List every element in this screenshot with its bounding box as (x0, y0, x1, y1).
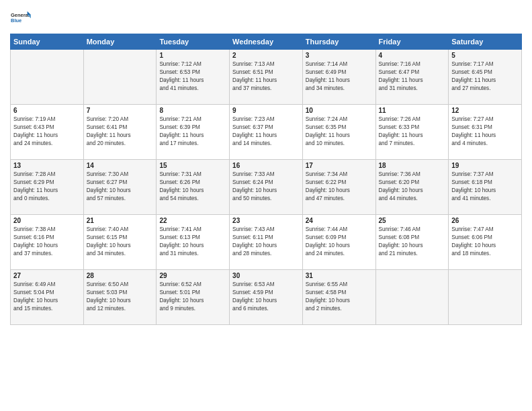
day-number: 15 (159, 162, 226, 169)
day-cell: 10Sunrise: 7:24 AM Sunset: 6:35 PM Dayli… (302, 105, 375, 160)
day-info: Sunrise: 7:19 AM Sunset: 6:43 PM Dayligh… (13, 116, 81, 148)
weekday-header-row: SundayMondayTuesdayWednesdayThursdayFrid… (11, 34, 522, 50)
day-cell: 8Sunrise: 7:21 AM Sunset: 6:39 PM Daylig… (157, 105, 230, 160)
svg-text:General: General (11, 12, 30, 18)
day-cell: 21Sunrise: 7:40 AM Sunset: 6:15 PM Dayli… (83, 215, 157, 270)
day-number: 16 (232, 162, 300, 169)
day-cell: 22Sunrise: 7:41 AM Sunset: 6:13 PM Dayli… (157, 215, 230, 270)
day-number: 3 (306, 52, 373, 59)
day-cell: 2Sunrise: 7:13 AM Sunset: 6:51 PM Daylig… (230, 50, 303, 105)
day-cell: 31Sunrise: 6:55 AM Sunset: 4:58 PM Dayli… (302, 270, 375, 325)
day-number: 10 (306, 107, 373, 114)
day-cell: 4Sunrise: 7:16 AM Sunset: 6:47 PM Daylig… (375, 50, 449, 105)
day-info: Sunrise: 6:53 AM Sunset: 4:59 PM Dayligh… (232, 281, 300, 313)
day-number: 30 (232, 272, 300, 279)
day-info: Sunrise: 7:41 AM Sunset: 6:13 PM Dayligh… (159, 226, 226, 258)
day-cell: 20Sunrise: 7:38 AM Sunset: 6:16 PM Dayli… (11, 215, 84, 270)
day-number: 24 (306, 217, 373, 224)
day-info: Sunrise: 7:46 AM Sunset: 6:08 PM Dayligh… (379, 226, 446, 258)
day-info: Sunrise: 7:43 AM Sunset: 6:11 PM Dayligh… (232, 226, 300, 258)
day-cell: 27Sunrise: 6:49 AM Sunset: 5:04 PM Dayli… (11, 270, 84, 325)
day-number: 12 (451, 107, 519, 114)
day-info: Sunrise: 6:55 AM Sunset: 4:58 PM Dayligh… (306, 281, 373, 313)
week-row-2: 13Sunrise: 7:28 AM Sunset: 6:29 PM Dayli… (11, 160, 522, 215)
day-number: 2 (232, 52, 300, 59)
day-number: 14 (87, 162, 154, 169)
day-info: Sunrise: 6:50 AM Sunset: 5:03 PM Dayligh… (87, 281, 154, 313)
weekday-header-monday: Monday (83, 34, 157, 50)
day-number: 28 (87, 272, 154, 279)
day-number: 26 (451, 217, 519, 224)
day-cell: 29Sunrise: 6:52 AM Sunset: 5:01 PM Dayli… (157, 270, 230, 325)
day-number: 13 (13, 162, 81, 169)
day-number: 17 (306, 162, 373, 169)
day-cell: 19Sunrise: 7:37 AM Sunset: 6:18 PM Dayli… (449, 160, 522, 215)
day-info: Sunrise: 7:31 AM Sunset: 6:26 PM Dayligh… (159, 171, 226, 203)
day-number: 20 (13, 217, 81, 224)
day-info: Sunrise: 7:13 AM Sunset: 6:51 PM Dayligh… (232, 60, 300, 93)
day-number: 19 (451, 162, 519, 169)
day-info: Sunrise: 7:28 AM Sunset: 6:29 PM Dayligh… (13, 171, 81, 203)
day-cell: 9Sunrise: 7:23 AM Sunset: 6:37 PM Daylig… (230, 105, 303, 160)
day-cell: 3Sunrise: 7:14 AM Sunset: 6:49 PM Daylig… (302, 50, 375, 105)
day-info: Sunrise: 7:17 AM Sunset: 6:45 PM Dayligh… (451, 60, 519, 93)
day-number: 9 (232, 107, 300, 114)
day-info: Sunrise: 7:21 AM Sunset: 6:39 PM Dayligh… (159, 116, 226, 148)
day-info: Sunrise: 7:27 AM Sunset: 6:31 PM Dayligh… (451, 116, 519, 148)
weekday-header-friday: Friday (375, 34, 449, 50)
day-cell: 24Sunrise: 7:44 AM Sunset: 6:09 PM Dayli… (302, 215, 375, 270)
weekday-header-tuesday: Tuesday (157, 34, 230, 50)
day-info: Sunrise: 6:49 AM Sunset: 5:04 PM Dayligh… (13, 281, 81, 313)
day-info: Sunrise: 7:37 AM Sunset: 6:18 PM Dayligh… (451, 171, 519, 203)
day-cell: 5Sunrise: 7:17 AM Sunset: 6:45 PM Daylig… (449, 50, 522, 105)
main-container: General Blue SundayMondayTuesdayWednesda… (0, 0, 532, 411)
week-row-3: 20Sunrise: 7:38 AM Sunset: 6:16 PM Dayli… (11, 215, 522, 270)
day-cell (375, 270, 449, 325)
week-row-4: 27Sunrise: 6:49 AM Sunset: 5:04 PM Dayli… (11, 270, 522, 325)
day-info: Sunrise: 7:12 AM Sunset: 6:53 PM Dayligh… (159, 60, 226, 93)
day-number: 7 (87, 107, 154, 114)
day-number: 4 (379, 52, 446, 59)
day-info: Sunrise: 7:38 AM Sunset: 6:16 PM Dayligh… (13, 226, 81, 258)
day-cell: 25Sunrise: 7:46 AM Sunset: 6:08 PM Dayli… (375, 215, 449, 270)
day-number: 11 (379, 107, 446, 114)
day-number: 27 (13, 272, 81, 279)
day-cell (11, 50, 84, 105)
day-number: 23 (232, 217, 300, 224)
day-cell: 11Sunrise: 7:26 AM Sunset: 6:33 PM Dayli… (375, 105, 449, 160)
day-number: 22 (159, 217, 226, 224)
week-row-0: 1Sunrise: 7:12 AM Sunset: 6:53 PM Daylig… (11, 50, 522, 105)
day-cell: 12Sunrise: 7:27 AM Sunset: 6:31 PM Dayli… (449, 105, 522, 160)
day-number: 29 (159, 272, 226, 279)
calendar-table: SundayMondayTuesdayWednesdayThursdayFrid… (10, 34, 522, 325)
day-info: Sunrise: 7:30 AM Sunset: 6:27 PM Dayligh… (87, 171, 154, 203)
day-cell: 7Sunrise: 7:20 AM Sunset: 6:41 PM Daylig… (83, 105, 157, 160)
day-cell (449, 270, 522, 325)
day-cell: 16Sunrise: 7:33 AM Sunset: 6:24 PM Dayli… (230, 160, 303, 215)
day-info: Sunrise: 7:24 AM Sunset: 6:35 PM Dayligh… (306, 116, 373, 148)
day-cell: 18Sunrise: 7:36 AM Sunset: 6:20 PM Dayli… (375, 160, 449, 215)
svg-text:Blue: Blue (11, 17, 21, 24)
weekday-header-wednesday: Wednesday (230, 34, 303, 50)
day-cell: 17Sunrise: 7:34 AM Sunset: 6:22 PM Dayli… (302, 160, 375, 215)
day-cell: 15Sunrise: 7:31 AM Sunset: 6:26 PM Dayli… (157, 160, 230, 215)
weekday-header-thursday: Thursday (302, 34, 375, 50)
day-info: Sunrise: 7:26 AM Sunset: 6:33 PM Dayligh… (379, 116, 446, 148)
day-info: Sunrise: 7:44 AM Sunset: 6:09 PM Dayligh… (306, 226, 373, 258)
week-row-1: 6Sunrise: 7:19 AM Sunset: 6:43 PM Daylig… (11, 105, 522, 160)
day-number: 25 (379, 217, 446, 224)
logo: General Blue (10, 7, 32, 28)
day-info: Sunrise: 7:16 AM Sunset: 6:47 PM Dayligh… (379, 60, 446, 93)
day-number: 31 (306, 272, 373, 279)
day-cell: 23Sunrise: 7:43 AM Sunset: 6:11 PM Dayli… (230, 215, 303, 270)
day-info: Sunrise: 7:47 AM Sunset: 6:06 PM Dayligh… (451, 226, 519, 258)
day-cell: 30Sunrise: 6:53 AM Sunset: 4:59 PM Dayli… (230, 270, 303, 325)
day-number: 6 (13, 107, 81, 114)
day-number: 8 (159, 107, 226, 114)
day-cell: 6Sunrise: 7:19 AM Sunset: 6:43 PM Daylig… (11, 105, 84, 160)
day-info: Sunrise: 6:52 AM Sunset: 5:01 PM Dayligh… (159, 281, 226, 313)
weekday-header-saturday: Saturday (449, 34, 522, 50)
day-number: 5 (451, 52, 519, 59)
day-info: Sunrise: 7:14 AM Sunset: 6:49 PM Dayligh… (306, 60, 373, 93)
day-number: 18 (379, 162, 446, 169)
